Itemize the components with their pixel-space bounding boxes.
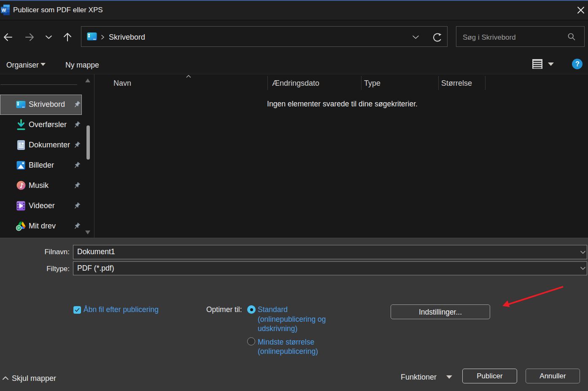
svg-text:W: W [2, 8, 6, 13]
